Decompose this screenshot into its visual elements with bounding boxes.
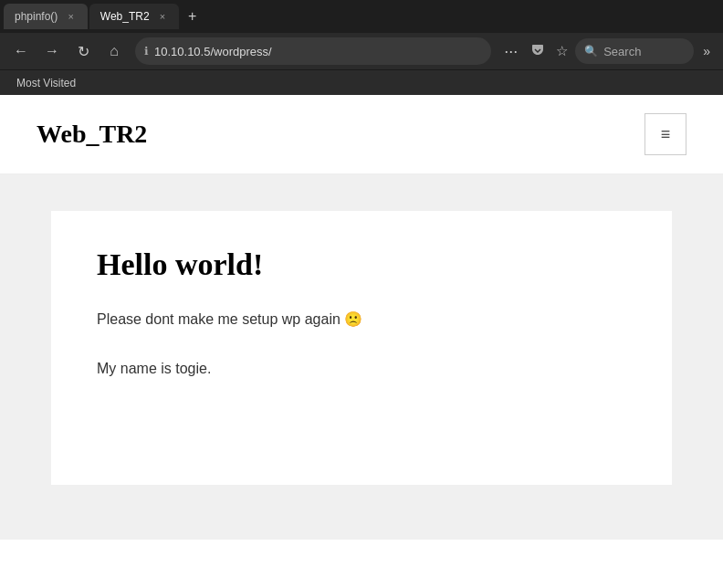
site-title: Web_TR2 [37,120,147,149]
post-card: Hello world! Please dont make me setup w… [51,211,672,485]
bookmarks-bar: Most Visited [0,69,723,95]
back-button[interactable]: ← [7,37,35,65]
search-bar[interactable]: 🔍 Search [575,38,694,64]
post-secondary: My name is togie. [97,357,626,381]
forward-button[interactable]: → [38,37,66,65]
nav-more-button[interactable]: » [697,44,716,58]
post-title: Hello world! [97,247,626,282]
home-button[interactable]: ⌂ [100,37,128,65]
new-tab-button[interactable]: + [181,4,204,29]
tab-web-tr2[interactable]: Web_TR2 × [89,4,179,29]
tab-phpinfo-label: phpinfo() [15,10,58,23]
post-body: Please dont make me setup wp again 🙁 [97,308,626,331]
nav-bar: ← → ↻ ⌂ ℹ 10.10.10.5/wordpress/ ··· ☆ 🔍 … [0,33,723,69]
browser-chrome: phpinfo() × Web_TR2 × + ← → ↻ ⌂ ℹ 10.10.… [0,0,723,588]
hamburger-menu-button[interactable]: ≡ [644,113,686,155]
page-main: Hello world! Please dont make me setup w… [0,174,723,540]
pocket-icon[interactable] [527,43,549,60]
tab-web-tr2-label: Web_TR2 [100,10,150,23]
site-header: Web_TR2 ≡ [0,95,723,174]
page-content: Web_TR2 ≡ Hello world! Please dont make … [0,95,723,588]
lock-icon: ℹ [144,45,149,58]
bookmark-star-icon[interactable]: ☆ [552,43,571,59]
reload-button[interactable]: ↻ [69,37,97,65]
tab-phpinfo-close[interactable]: × [65,10,76,23]
url-text: 10.10.10.5/wordpress/ [154,45,482,58]
most-visited-bookmark[interactable]: Most Visited [11,74,81,92]
nav-dots-button[interactable]: ··· [498,42,523,61]
tab-bar: phpinfo() × Web_TR2 × + [0,0,723,33]
search-placeholder: Search [603,45,641,58]
tab-phpinfo[interactable]: phpinfo() × [4,4,88,29]
address-bar[interactable]: ℹ 10.10.10.5/wordpress/ [135,37,491,65]
search-icon: 🔍 [584,45,598,58]
tab-web-tr2-close[interactable]: × [157,10,168,23]
